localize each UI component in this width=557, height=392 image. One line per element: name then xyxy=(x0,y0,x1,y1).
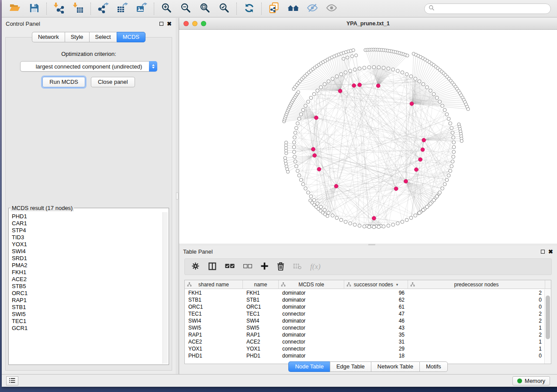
network-window-titlebar[interactable]: YPA_prune.txt_1 xyxy=(179,18,557,30)
delete-row-button[interactable] xyxy=(277,262,284,272)
close-panel-icon[interactable]: ✖ xyxy=(548,249,553,254)
table-row[interactable]: SWI4SWI4dominator462 xyxy=(185,317,544,324)
search-box[interactable] xyxy=(424,3,551,14)
table-row[interactable]: ACE2ACE2connector311 xyxy=(185,338,544,345)
first-neighbors-button[interactable] xyxy=(284,2,303,16)
import-network-button[interactable] xyxy=(49,2,69,16)
zoom-out-button[interactable] xyxy=(176,2,195,16)
attribute-type-icon xyxy=(346,282,351,288)
toolbar-separator xyxy=(236,3,237,15)
network-view-window: YPA_prune.txt_1 xyxy=(179,18,557,244)
tab-node-table[interactable]: Node Table xyxy=(288,361,330,372)
tab-network[interactable]: Network xyxy=(32,32,65,42)
mcds-result-item[interactable]: CAR1 xyxy=(12,220,162,227)
zoom-selected-button[interactable] xyxy=(214,2,234,16)
float-panel-icon[interactable] xyxy=(541,250,545,254)
node-table: shared namenameMCDS rolesuccessor nodes▾… xyxy=(184,280,551,364)
column-header-predecessor-nodes[interactable]: predecessor nodes xyxy=(408,280,545,289)
mcds-result-item[interactable]: STB5 xyxy=(12,283,162,290)
table-row[interactable]: SWI5SWI5connector431 xyxy=(185,324,544,331)
mcds-result-item[interactable]: STP4 xyxy=(12,227,162,234)
table-row[interactable]: RAP1RAP1dominator352 xyxy=(185,331,544,338)
mcds-result-item[interactable]: SWI4 xyxy=(12,248,162,255)
select-all-button[interactable] xyxy=(225,263,235,270)
mcds-tab-content: Optimization criterion: largest connecte… xyxy=(5,37,172,371)
column-header-shared-name[interactable]: shared name xyxy=(185,280,243,289)
mcds-result-item[interactable]: STB1 xyxy=(12,304,162,311)
open-file-button[interactable] xyxy=(5,2,24,16)
clone-network-button[interactable] xyxy=(264,2,284,16)
refresh-button[interactable] xyxy=(239,2,259,16)
table-row[interactable]: YOX1YOX1connector291 xyxy=(185,345,544,352)
network-graph[interactable] xyxy=(179,30,557,244)
splitter-handle[interactable] xyxy=(368,244,375,245)
tab-select[interactable]: Select xyxy=(89,32,117,42)
splitter-handle[interactable] xyxy=(176,193,178,199)
mcds-result-item[interactable]: RAP1 xyxy=(12,297,162,304)
close-panel-button[interactable]: Close panel xyxy=(91,77,135,87)
hide-selected-button[interactable] xyxy=(303,2,322,16)
tab-network-table[interactable]: Network Table xyxy=(371,361,419,372)
minimize-window-button[interactable] xyxy=(192,21,197,26)
table-row[interactable]: STB1STB1dominator620 xyxy=(185,296,544,303)
mcds-result-item[interactable]: PHD1 xyxy=(12,213,162,220)
table-row[interactable]: TEC1TEC1connector472 xyxy=(185,310,544,317)
table-cell: connector xyxy=(279,346,344,352)
add-row-button[interactable] xyxy=(261,262,268,271)
deselect-all-button[interactable] xyxy=(243,264,252,270)
mcds-result-item[interactable]: SWI5 xyxy=(12,311,162,318)
column-header-mcds-role[interactable]: MCDS role xyxy=(279,280,344,289)
node-table-body: FKH1FKH1dominator962STB1STB1dominator620… xyxy=(185,289,544,364)
settings-gear-button[interactable] xyxy=(191,262,200,272)
tab-edge-table[interactable]: Edge Table xyxy=(330,361,371,372)
save-session-button[interactable] xyxy=(24,2,44,16)
network-canvas[interactable] xyxy=(179,30,557,244)
run-mcds-button[interactable]: Run MCDS xyxy=(42,77,85,87)
zoom-in-button[interactable] xyxy=(157,2,176,16)
scrollbar-thumb[interactable] xyxy=(546,296,550,339)
zoom-fit-button[interactable] xyxy=(195,2,214,16)
network-window-title: YPA_prune.txt_1 xyxy=(346,21,390,27)
table-row[interactable]: ORC1ORC1dominator610 xyxy=(185,303,544,310)
column-header-successor-nodes[interactable]: successor nodes▾ xyxy=(344,280,408,289)
tab-style[interactable]: Style xyxy=(65,32,89,42)
close-window-button[interactable] xyxy=(183,21,189,26)
table-cell: connector xyxy=(279,311,344,317)
close-panel-icon[interactable]: ✖ xyxy=(167,21,172,27)
table-cell: 1 xyxy=(408,346,544,352)
zoom-window-button[interactable] xyxy=(201,21,206,26)
export-network-button[interactable] xyxy=(93,2,113,16)
mcds-result-item[interactable]: YOX1 xyxy=(12,241,162,248)
vertical-splitter[interactable] xyxy=(176,18,179,374)
mcds-result-item[interactable]: FKH1 xyxy=(12,269,162,276)
column-header-name[interactable]: name xyxy=(243,280,279,289)
table-cell: 1 xyxy=(408,339,544,345)
export-image-button[interactable] xyxy=(132,2,151,16)
mcds-result-item[interactable]: SRD1 xyxy=(12,255,162,262)
mcds-result-item[interactable]: ORC1 xyxy=(12,290,162,297)
tab-motifs[interactable]: Motifs xyxy=(419,361,448,372)
column-layout-button[interactable] xyxy=(208,262,216,272)
show-panels-button[interactable] xyxy=(6,376,18,385)
search-input[interactable] xyxy=(437,6,547,12)
mcds-result-item[interactable]: PMA2 xyxy=(12,262,162,269)
show-all-button[interactable] xyxy=(322,2,341,16)
mcds-result-item[interactable]: ACE2 xyxy=(12,276,162,283)
import-table-button[interactable] xyxy=(69,2,88,16)
export-table-button[interactable] xyxy=(113,2,132,16)
delete-row-icon xyxy=(277,262,284,272)
criterion-dropdown[interactable]: largest connected component (undirected) xyxy=(20,61,157,72)
tab-mcds[interactable]: MCDS xyxy=(117,32,145,42)
table-cell: YOX1 xyxy=(185,346,243,352)
mcds-list-scrollbar[interactable] xyxy=(163,212,168,364)
table-cell: 0 xyxy=(408,353,544,359)
table-row[interactable]: PHD1PHD1dominator180 xyxy=(185,352,544,359)
float-panel-icon[interactable] xyxy=(159,22,163,26)
mcds-result-item[interactable]: TEC1 xyxy=(12,318,162,325)
memory-button[interactable]: Memory xyxy=(512,376,550,385)
table-row[interactable]: FKH1FKH1dominator962 xyxy=(185,289,544,296)
mcds-result-item[interactable]: GCR1 xyxy=(12,325,162,332)
table-scrollbar[interactable] xyxy=(544,289,551,364)
mcds-result-item[interactable]: TID3 xyxy=(12,234,162,241)
column-label: MCDS role xyxy=(298,282,324,288)
